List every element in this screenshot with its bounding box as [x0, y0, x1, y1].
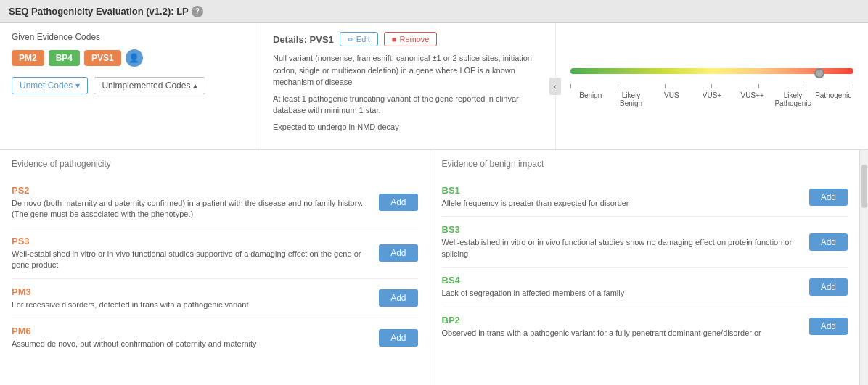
- dropdown-row: Unmet Codes Unimplemented Codes: [12, 77, 249, 94]
- tick-3: [665, 84, 666, 88]
- list-item: PM3 For recessive disorders, detected in…: [12, 279, 418, 318]
- list-item: PM6 Assumed de novo, but without confirm…: [12, 318, 418, 357]
- add-bp2-button[interactable]: Add: [809, 318, 848, 335]
- benign-section-label: Evidence of benign impact: [442, 159, 848, 169]
- tick-6: [806, 84, 806, 88]
- app-header: SEQ Pathogenicity Evaluation (v1.2): LP …: [0, 0, 868, 23]
- evidence-content: BS4 Lack of segregation in affected memb…: [442, 275, 802, 299]
- pathogenicity-scale: Benign LikelyBenign VUS VUS+ VUS++ Likel…: [570, 66, 853, 107]
- evidence-desc-ps2: De novo (both maternity and paternity co…: [12, 198, 372, 220]
- add-bs1-button[interactable]: Add: [809, 189, 848, 206]
- label-vus-plusplus: VUS++: [732, 91, 773, 107]
- evidence-content: PM6 Assumed de novo, but without confirm…: [12, 326, 372, 349]
- add-pm3-button[interactable]: Add: [379, 289, 417, 307]
- label-vus: VUS: [651, 91, 692, 107]
- evidence-content: BS1 Allele frequency is greater than exp…: [442, 185, 802, 209]
- caret-up-icon: [193, 80, 197, 91]
- list-item: BS3 Well-established in vitro or in vivo…: [442, 217, 848, 268]
- evidence-code-bs3: BS3: [442, 224, 802, 235]
- evidence-code-ps2: PS2: [12, 185, 372, 196]
- evidence-desc-pm3: For recessive disorders, detected in tra…: [12, 299, 372, 310]
- evidence-code-pm6: PM6: [12, 326, 372, 336]
- unimplemented-codes-dropdown[interactable]: Unimplemented Codes: [94, 77, 205, 94]
- tick-1: [570, 84, 571, 88]
- details-title: Details: PVS1: [273, 34, 334, 45]
- evidence-benign-panel: Evidence of benign impact BS1 Allele fre…: [430, 150, 860, 385]
- badge-pvs1[interactable]: PVS1: [84, 50, 121, 66]
- add-bs3-button[interactable]: Add: [809, 233, 848, 251]
- pencil-icon: [348, 35, 353, 44]
- list-item: PS2 De novo (both maternity and paternit…: [12, 178, 418, 228]
- label-likely-pathogenic: LikelyPathogenic: [773, 91, 814, 107]
- scale-bar: [570, 68, 853, 74]
- scale-ticks: [570, 84, 853, 88]
- evidence-desc-bs3: Well-established in vitro or in vivo fun…: [442, 237, 802, 260]
- trash-icon: ■: [392, 35, 397, 44]
- evidence-code-bs4: BS4: [442, 275, 802, 286]
- list-item: PS3 Well-established in vitro or in vivo…: [12, 228, 418, 279]
- details-description: Null variant (nonsense, frameshift, cano…: [273, 52, 544, 133]
- evidence-desc-ps3: Well-established in vitro or in vivo fun…: [12, 249, 372, 271]
- label-likely-benign: LikelyBenign: [611, 91, 652, 107]
- tick-2: [618, 84, 618, 88]
- details-header: Details: PVS1 Edit ■ Remove: [273, 32, 544, 46]
- version-text: (v1.2): [144, 6, 171, 17]
- label-pathogenic: Pathogenic: [813, 91, 853, 107]
- evidence-content: PS2 De novo (both maternity and paternit…: [12, 185, 372, 220]
- add-ps3-button[interactable]: Add: [379, 244, 417, 262]
- scale-panel: Benign LikelyBenign VUS VUS+ VUS++ Likel…: [556, 23, 868, 149]
- tick-5: [758, 84, 759, 88]
- evidence-codes-panel: Given Evidence Codes PM2 BP4 PVS1 👤 Unme…: [0, 23, 261, 149]
- app-title: SEQ Pathogenicity Evaluation (v1.2): LP: [9, 6, 189, 17]
- add-bs4-button[interactable]: Add: [809, 278, 848, 296]
- tick-4: [711, 84, 712, 88]
- codes-row: PM2 BP4 PVS1 👤: [12, 49, 249, 67]
- add-pm6-button[interactable]: Add: [379, 329, 417, 347]
- help-icon[interactable]: ?: [192, 6, 203, 17]
- caret-down-icon: [75, 80, 80, 91]
- avatar: 👤: [126, 49, 143, 67]
- badge-bp4[interactable]: BP4: [49, 50, 80, 66]
- evidence-desc-bs1: Allele frequency is greater than expecte…: [442, 198, 802, 209]
- remove-button[interactable]: ■ Remove: [384, 32, 438, 46]
- edit-button[interactable]: Edit: [340, 32, 378, 46]
- list-item: BP2 Observed in trans with a pathogenic …: [442, 307, 848, 346]
- top-section: Given Evidence Codes PM2 BP4 PVS1 👤 Unme…: [0, 23, 868, 150]
- classification-text: : LP: [171, 6, 189, 17]
- list-item: BS1 Allele frequency is greater than exp…: [442, 178, 848, 217]
- label-vus-plus: VUS+: [692, 91, 732, 107]
- add-ps2-button[interactable]: Add: [379, 194, 417, 211]
- label-benign: Benign: [570, 91, 611, 107]
- evidence-code-ps3: PS3: [12, 236, 372, 247]
- title-text: SEQ Pathogenicity Evaluation: [9, 6, 144, 17]
- pathogenicity-section-label: Evidence of pathogenicity: [12, 159, 418, 169]
- evidence-pathogenicity-panel: Evidence of pathogenicity PS2 De novo (b…: [0, 150, 430, 385]
- evidence-code-pm3: PM3: [12, 286, 372, 297]
- nav-arrow[interactable]: ‹: [549, 78, 561, 95]
- evidence-desc-bs4: Lack of segregation in affected members …: [442, 288, 802, 299]
- bottom-section: Evidence of pathogenicity PS2 De novo (b…: [0, 150, 868, 385]
- evidence-code-bs1: BS1: [442, 185, 802, 196]
- evidence-content: PM3 For recessive disorders, detected in…: [12, 286, 372, 310]
- evidence-codes-label: Given Evidence Codes: [12, 32, 249, 42]
- unmet-codes-dropdown[interactable]: Unmet Codes: [12, 77, 88, 94]
- scale-labels: Benign LikelyBenign VUS VUS+ VUS++ Likel…: [570, 91, 853, 107]
- tick-7: [853, 84, 853, 88]
- evidence-desc-bp2: Observed in trans with a pathogenic vari…: [442, 328, 802, 339]
- evidence-content: BP2 Observed in trans with a pathogenic …: [442, 315, 802, 339]
- scrollbar-thumb[interactable]: [861, 165, 867, 208]
- details-panel: Details: PVS1 Edit ■ Remove Null variant…: [261, 23, 556, 149]
- evidence-content: PS3 Well-established in vitro or in vivo…: [12, 236, 372, 271]
- scale-handle[interactable]: [814, 68, 824, 78]
- scale-bar-wrapper: [570, 68, 853, 78]
- badge-pm2[interactable]: PM2: [12, 50, 44, 66]
- evidence-code-bp2: BP2: [442, 315, 802, 326]
- evidence-desc-pm6: Assumed de novo, but without confirmatio…: [12, 339, 372, 349]
- scrollbar[interactable]: [859, 150, 868, 385]
- evidence-content: BS3 Well-established in vitro or in vivo…: [442, 224, 802, 260]
- list-item: BS4 Lack of segregation in affected memb…: [442, 268, 848, 307]
